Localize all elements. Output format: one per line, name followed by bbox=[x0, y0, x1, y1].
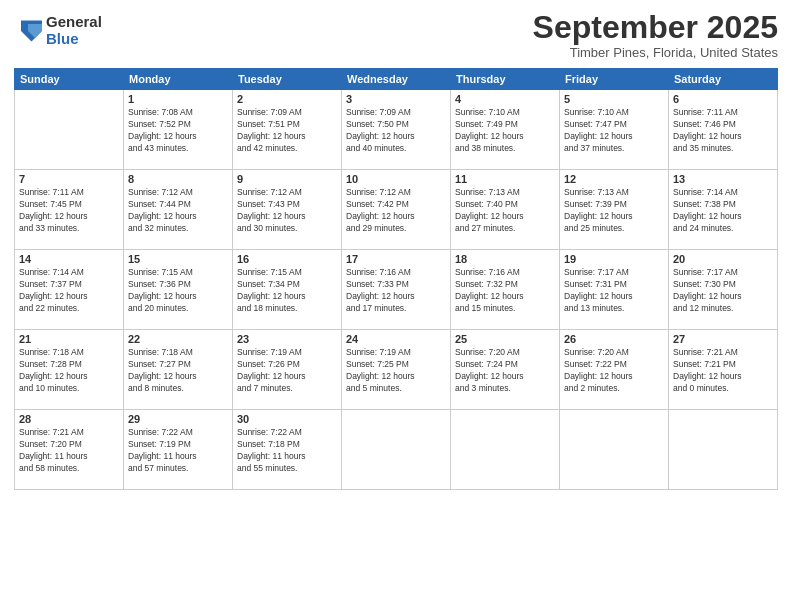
day-number: 17 bbox=[346, 253, 446, 265]
day-number: 30 bbox=[237, 413, 337, 425]
day-number: 28 bbox=[19, 413, 119, 425]
calendar-cell: 19Sunrise: 7:17 AMSunset: 7:31 PMDayligh… bbox=[560, 250, 669, 330]
col-saturday: Saturday bbox=[669, 69, 778, 90]
calendar-cell: 13Sunrise: 7:14 AMSunset: 7:38 PMDayligh… bbox=[669, 170, 778, 250]
day-info: Sunrise: 7:16 AMSunset: 7:33 PMDaylight:… bbox=[346, 267, 446, 315]
calendar-cell: 27Sunrise: 7:21 AMSunset: 7:21 PMDayligh… bbox=[669, 330, 778, 410]
day-info: Sunrise: 7:11 AMSunset: 7:45 PMDaylight:… bbox=[19, 187, 119, 235]
day-info: Sunrise: 7:17 AMSunset: 7:31 PMDaylight:… bbox=[564, 267, 664, 315]
title-block: September 2025 Timber Pines, Florida, Un… bbox=[533, 10, 778, 60]
day-number: 16 bbox=[237, 253, 337, 265]
day-info: Sunrise: 7:12 AMSunset: 7:43 PMDaylight:… bbox=[237, 187, 337, 235]
day-info: Sunrise: 7:12 AMSunset: 7:44 PMDaylight:… bbox=[128, 187, 228, 235]
day-number: 14 bbox=[19, 253, 119, 265]
calendar-cell: 21Sunrise: 7:18 AMSunset: 7:28 PMDayligh… bbox=[15, 330, 124, 410]
day-info: Sunrise: 7:19 AMSunset: 7:25 PMDaylight:… bbox=[346, 347, 446, 395]
calendar-cell: 10Sunrise: 7:12 AMSunset: 7:42 PMDayligh… bbox=[342, 170, 451, 250]
logo-text: General Blue bbox=[46, 14, 102, 47]
day-number: 3 bbox=[346, 93, 446, 105]
logo: General Blue bbox=[14, 14, 102, 47]
day-info: Sunrise: 7:18 AMSunset: 7:27 PMDaylight:… bbox=[128, 347, 228, 395]
week-row-0: 1Sunrise: 7:08 AMSunset: 7:52 PMDaylight… bbox=[15, 90, 778, 170]
day-info: Sunrise: 7:09 AMSunset: 7:51 PMDaylight:… bbox=[237, 107, 337, 155]
calendar-cell: 7Sunrise: 7:11 AMSunset: 7:45 PMDaylight… bbox=[15, 170, 124, 250]
calendar-cell: 8Sunrise: 7:12 AMSunset: 7:44 PMDaylight… bbox=[124, 170, 233, 250]
day-number: 9 bbox=[237, 173, 337, 185]
day-number: 26 bbox=[564, 333, 664, 345]
calendar-cell bbox=[669, 410, 778, 490]
day-info: Sunrise: 7:19 AMSunset: 7:26 PMDaylight:… bbox=[237, 347, 337, 395]
calendar-cell: 6Sunrise: 7:11 AMSunset: 7:46 PMDaylight… bbox=[669, 90, 778, 170]
day-number: 11 bbox=[455, 173, 555, 185]
day-info: Sunrise: 7:20 AMSunset: 7:22 PMDaylight:… bbox=[564, 347, 664, 395]
calendar-cell: 28Sunrise: 7:21 AMSunset: 7:20 PMDayligh… bbox=[15, 410, 124, 490]
calendar-cell: 9Sunrise: 7:12 AMSunset: 7:43 PMDaylight… bbox=[233, 170, 342, 250]
col-thursday: Thursday bbox=[451, 69, 560, 90]
calendar-cell bbox=[451, 410, 560, 490]
day-info: Sunrise: 7:14 AMSunset: 7:37 PMDaylight:… bbox=[19, 267, 119, 315]
day-info: Sunrise: 7:10 AMSunset: 7:49 PMDaylight:… bbox=[455, 107, 555, 155]
day-number: 7 bbox=[19, 173, 119, 185]
calendar-cell: 30Sunrise: 7:22 AMSunset: 7:18 PMDayligh… bbox=[233, 410, 342, 490]
calendar-cell: 22Sunrise: 7:18 AMSunset: 7:27 PMDayligh… bbox=[124, 330, 233, 410]
day-info: Sunrise: 7:14 AMSunset: 7:38 PMDaylight:… bbox=[673, 187, 773, 235]
col-friday: Friday bbox=[560, 69, 669, 90]
day-info: Sunrise: 7:21 AMSunset: 7:21 PMDaylight:… bbox=[673, 347, 773, 395]
calendar-cell: 12Sunrise: 7:13 AMSunset: 7:39 PMDayligh… bbox=[560, 170, 669, 250]
day-number: 21 bbox=[19, 333, 119, 345]
calendar-cell: 26Sunrise: 7:20 AMSunset: 7:22 PMDayligh… bbox=[560, 330, 669, 410]
calendar-cell: 3Sunrise: 7:09 AMSunset: 7:50 PMDaylight… bbox=[342, 90, 451, 170]
day-info: Sunrise: 7:17 AMSunset: 7:30 PMDaylight:… bbox=[673, 267, 773, 315]
col-sunday: Sunday bbox=[15, 69, 124, 90]
day-info: Sunrise: 7:09 AMSunset: 7:50 PMDaylight:… bbox=[346, 107, 446, 155]
day-number: 15 bbox=[128, 253, 228, 265]
day-number: 29 bbox=[128, 413, 228, 425]
calendar-cell: 18Sunrise: 7:16 AMSunset: 7:32 PMDayligh… bbox=[451, 250, 560, 330]
logo-icon bbox=[14, 17, 42, 45]
day-info: Sunrise: 7:10 AMSunset: 7:47 PMDaylight:… bbox=[564, 107, 664, 155]
day-info: Sunrise: 7:22 AMSunset: 7:18 PMDaylight:… bbox=[237, 427, 337, 475]
calendar-cell: 1Sunrise: 7:08 AMSunset: 7:52 PMDaylight… bbox=[124, 90, 233, 170]
col-monday: Monday bbox=[124, 69, 233, 90]
calendar-cell: 4Sunrise: 7:10 AMSunset: 7:49 PMDaylight… bbox=[451, 90, 560, 170]
day-number: 25 bbox=[455, 333, 555, 345]
day-info: Sunrise: 7:16 AMSunset: 7:32 PMDaylight:… bbox=[455, 267, 555, 315]
week-row-3: 21Sunrise: 7:18 AMSunset: 7:28 PMDayligh… bbox=[15, 330, 778, 410]
day-info: Sunrise: 7:12 AMSunset: 7:42 PMDaylight:… bbox=[346, 187, 446, 235]
day-number: 13 bbox=[673, 173, 773, 185]
day-info: Sunrise: 7:13 AMSunset: 7:39 PMDaylight:… bbox=[564, 187, 664, 235]
day-info: Sunrise: 7:13 AMSunset: 7:40 PMDaylight:… bbox=[455, 187, 555, 235]
day-info: Sunrise: 7:15 AMSunset: 7:36 PMDaylight:… bbox=[128, 267, 228, 315]
location-subtitle: Timber Pines, Florida, United States bbox=[533, 45, 778, 60]
day-number: 19 bbox=[564, 253, 664, 265]
day-info: Sunrise: 7:15 AMSunset: 7:34 PMDaylight:… bbox=[237, 267, 337, 315]
calendar-cell: 29Sunrise: 7:22 AMSunset: 7:19 PMDayligh… bbox=[124, 410, 233, 490]
calendar-header-row: Sunday Monday Tuesday Wednesday Thursday… bbox=[15, 69, 778, 90]
day-number: 6 bbox=[673, 93, 773, 105]
calendar-cell: 14Sunrise: 7:14 AMSunset: 7:37 PMDayligh… bbox=[15, 250, 124, 330]
day-number: 4 bbox=[455, 93, 555, 105]
day-number: 5 bbox=[564, 93, 664, 105]
calendar-cell: 25Sunrise: 7:20 AMSunset: 7:24 PMDayligh… bbox=[451, 330, 560, 410]
calendar-cell: 24Sunrise: 7:19 AMSunset: 7:25 PMDayligh… bbox=[342, 330, 451, 410]
day-number: 12 bbox=[564, 173, 664, 185]
week-row-2: 14Sunrise: 7:14 AMSunset: 7:37 PMDayligh… bbox=[15, 250, 778, 330]
day-number: 23 bbox=[237, 333, 337, 345]
calendar-cell: 17Sunrise: 7:16 AMSunset: 7:33 PMDayligh… bbox=[342, 250, 451, 330]
day-info: Sunrise: 7:20 AMSunset: 7:24 PMDaylight:… bbox=[455, 347, 555, 395]
day-number: 20 bbox=[673, 253, 773, 265]
day-info: Sunrise: 7:11 AMSunset: 7:46 PMDaylight:… bbox=[673, 107, 773, 155]
day-info: Sunrise: 7:22 AMSunset: 7:19 PMDaylight:… bbox=[128, 427, 228, 475]
day-number: 2 bbox=[237, 93, 337, 105]
calendar-cell: 11Sunrise: 7:13 AMSunset: 7:40 PMDayligh… bbox=[451, 170, 560, 250]
week-row-1: 7Sunrise: 7:11 AMSunset: 7:45 PMDaylight… bbox=[15, 170, 778, 250]
day-info: Sunrise: 7:08 AMSunset: 7:52 PMDaylight:… bbox=[128, 107, 228, 155]
day-number: 8 bbox=[128, 173, 228, 185]
calendar-cell: 16Sunrise: 7:15 AMSunset: 7:34 PMDayligh… bbox=[233, 250, 342, 330]
calendar-cell: 23Sunrise: 7:19 AMSunset: 7:26 PMDayligh… bbox=[233, 330, 342, 410]
col-tuesday: Tuesday bbox=[233, 69, 342, 90]
page-header: General Blue September 2025 Timber Pines… bbox=[14, 10, 778, 60]
calendar-cell: 5Sunrise: 7:10 AMSunset: 7:47 PMDaylight… bbox=[560, 90, 669, 170]
col-wednesday: Wednesday bbox=[342, 69, 451, 90]
logo-general: General bbox=[46, 14, 102, 31]
